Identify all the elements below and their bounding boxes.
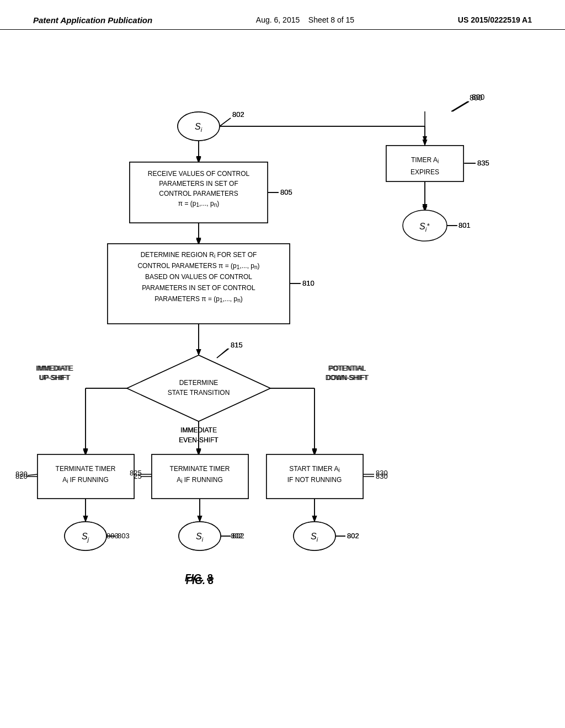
svg-text:802: 802 bbox=[232, 532, 244, 540]
figure-caption: FIG. 8 bbox=[185, 572, 212, 584]
svg-text:i: i bbox=[90, 479, 91, 485]
svg-line-39 bbox=[217, 349, 229, 358]
header-center: Aug. 6, 2015 Sheet 8 of 15 bbox=[256, 15, 354, 24]
svg-text:*: * bbox=[429, 219, 431, 226]
svg-text:IF RUNNING: IF RUNNING bbox=[93, 475, 131, 483]
svg-line-0 bbox=[452, 101, 469, 111]
svg-text:STATE TRANSITION: STATE TRANSITION bbox=[168, 388, 230, 395]
svg-text:UP-SHIFT: UP-SHIFT bbox=[40, 374, 71, 382]
svg-text:805: 805 bbox=[280, 188, 292, 196]
header-date: Aug. 6, 2015 bbox=[256, 15, 300, 24]
svg-text:DETERMINE REGION R: DETERMINE REGION R bbox=[162, 251, 236, 259]
svg-text:TERMINATE TIMER: TERMINATE TIMER bbox=[170, 465, 230, 473]
svg-text:EXPIRES: EXPIRES bbox=[411, 164, 439, 172]
svg-text:S: S bbox=[193, 121, 199, 131]
header-sheet: Sheet 8 of 15 bbox=[308, 15, 354, 24]
svg-text:PARAMETERS IN SET OF: PARAMETERS IN SET OF bbox=[159, 180, 238, 188]
svg-text:820: 820 bbox=[15, 472, 28, 480]
svg-text:S: S bbox=[79, 531, 85, 540]
svg-text:S: S bbox=[194, 531, 200, 540]
svg-text:i: i bbox=[240, 255, 241, 261]
svg-text:DOWN-SHIFT: DOWN-SHIFT bbox=[327, 374, 369, 382]
sj-circle bbox=[65, 522, 106, 550]
svg-text:FOR SET OF: FOR SET OF bbox=[179, 261, 218, 269]
upshift-label: IMMEDIATE bbox=[37, 365, 73, 372]
header: Patent Application Publication Aug. 6, 2… bbox=[0, 0, 565, 30]
header-right: US 2015/0222519 A1 bbox=[458, 15, 532, 24]
header-left: Patent Application Publication bbox=[33, 15, 152, 25]
svg-text:PARAMETERS IN SET OF CONTROL: PARAMETERS IN SET OF CONTROL bbox=[142, 294, 255, 302]
svg-text:S: S bbox=[309, 531, 315, 540]
svg-text:RECEIVE VALUES OF CONTROL: RECEIVE VALUES OF CONTROL bbox=[148, 170, 250, 178]
svg-text:i: i bbox=[204, 479, 205, 485]
svg-text:TIMER A: TIMER A bbox=[412, 153, 438, 161]
diagram-area: 800 TIMER A i EXPIRES 835 S i * 801 S i … bbox=[0, 30, 565, 692]
svg-text:835: 835 bbox=[477, 159, 489, 167]
svg-text:PARAMETERS π = (p₁,..., pₙ): PARAMETERS π = (p₁,..., pₙ) bbox=[155, 305, 242, 313]
svg-text:830: 830 bbox=[376, 472, 388, 480]
svg-text:IF NOT RUNNING: IF NOT RUNNING bbox=[287, 476, 342, 484]
svg-text:i: i bbox=[431, 158, 432, 163]
svg-marker-35 bbox=[423, 136, 427, 143]
svg-text:801: 801 bbox=[459, 221, 471, 229]
svg-line-14 bbox=[220, 118, 231, 126]
diagram-number: 800 bbox=[472, 93, 485, 101]
svg-text:i: i bbox=[340, 469, 342, 475]
svg-text:BASED ON VALUES OF CONTROL: BASED ON VALUES OF CONTROL bbox=[145, 283, 252, 291]
svg-text:A: A bbox=[198, 475, 202, 483]
svg-text:802: 802 bbox=[347, 532, 359, 540]
svg-text:DETERMINE: DETERMINE bbox=[179, 378, 218, 386]
svg-text:START TIMER A: START TIMER A bbox=[290, 465, 339, 473]
svg-text:CONTROL PARAMETERS π = (p₁,...: CONTROL PARAMETERS π = (p₁,..., pₙ) bbox=[138, 272, 259, 280]
svg-text:S: S bbox=[419, 220, 425, 229]
timer-expires-box bbox=[386, 146, 463, 181]
svg-text:π = (p₁,..., pₙ): π = (p₁,..., pₙ) bbox=[178, 200, 218, 207]
svg-text:815: 815 bbox=[231, 341, 243, 349]
svg-text:802: 802 bbox=[232, 110, 244, 119]
svg-text:IF RUNNING: IF RUNNING bbox=[207, 475, 246, 483]
svg-text:CONTROL PARAMETERS: CONTROL PARAMETERS bbox=[159, 190, 238, 197]
svg-text:810: 810 bbox=[302, 279, 315, 287]
svg-text:803: 803 bbox=[118, 532, 130, 540]
svg-text:825: 825 bbox=[130, 472, 142, 480]
downshift-label: POTENTIAL bbox=[329, 365, 366, 372]
svg-text:TERMINATE TIMER: TERMINATE TIMER bbox=[56, 465, 116, 473]
svg-text:A: A bbox=[83, 475, 88, 483]
